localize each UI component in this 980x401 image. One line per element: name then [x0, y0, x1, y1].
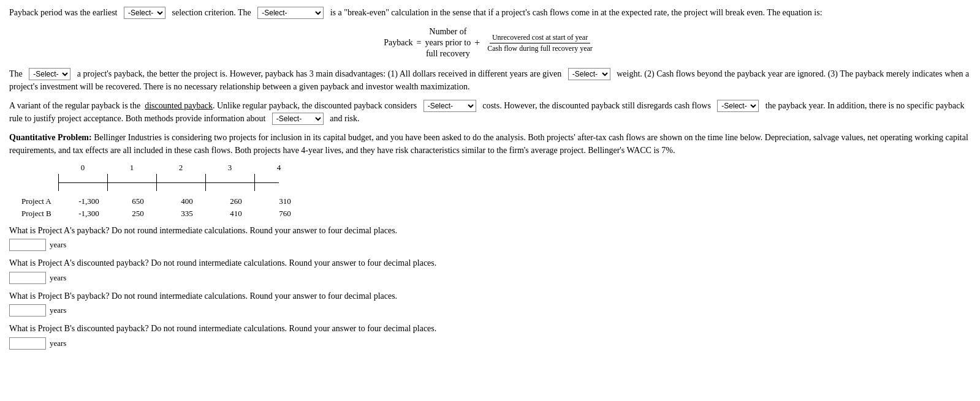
equation-num-of: Number of — [429, 26, 466, 37]
para3-text3: costs. However, the discounted payback s… — [482, 101, 711, 110]
select-para2-2[interactable]: -Select- equal unequal zero — [568, 68, 610, 80]
project-a-row: Project A -1,300 650 400 260 310 — [21, 197, 971, 206]
equation-years-block: Number of years prior to full recovery — [425, 26, 471, 60]
question-3: What is Project B's payback? Do not roun… — [9, 290, 971, 317]
para1-text-before: Payback period was the earliest — [9, 8, 118, 17]
q3-unit: years — [50, 305, 66, 315]
para1-text-after: is a "break-even" calculation in the sen… — [330, 8, 822, 17]
question-4: What is Project B's discounted payback? … — [9, 323, 971, 350]
q1-input[interactable] — [9, 239, 46, 251]
para3-underline-text: discounted payback — [145, 101, 213, 110]
select-payback-type[interactable]: -Select- payback period NPV — [257, 7, 324, 19]
project-b-val-3: 410 — [211, 209, 260, 219]
q3-input[interactable] — [9, 304, 46, 317]
q3-text: What is Project B's payback? Do not roun… — [9, 290, 971, 302]
project-b-val-4: 760 — [260, 209, 310, 219]
select-para3-2[interactable]: -Select- before after during — [717, 100, 759, 112]
paragraph-1: Payback period was the earliest -Select-… — [9, 6, 971, 19]
project-a-val-4: 310 — [260, 197, 310, 206]
para1-text-middle1: selection criterion. The — [172, 8, 251, 17]
questions-section: What is Project A's payback? Do not roun… — [9, 225, 971, 350]
project-a-val-2: 400 — [162, 197, 211, 206]
period-0: 0 — [58, 163, 107, 173]
question-2: What is Project A's discounted payback? … — [9, 257, 971, 284]
timeline-section: 0 1 2 3 4 Project A -1,300 650 400 260 3… — [21, 163, 971, 219]
para3-text2: . Unlike regular payback, the discounted… — [213, 101, 417, 110]
equation-fraction: Unrecovered cost at start of year Cash f… — [485, 33, 595, 53]
project-b-label: Project B — [21, 209, 64, 219]
paragraph-3: A variant of the regular payback is the … — [9, 99, 971, 125]
equation-denominator: Cash flow during full recovery year — [485, 43, 595, 53]
para2-text1: a project's payback, the better the proj… — [77, 69, 561, 78]
paragraph-2: The -Select- Lower Higher a project's pa… — [9, 67, 971, 93]
period-1: 1 — [107, 163, 156, 173]
project-b-row: Project B -1,300 250 335 410 760 — [21, 209, 971, 219]
equation-equals: = — [417, 38, 422, 48]
period-2: 2 — [156, 163, 205, 173]
select-para2-1[interactable]: -Select- Lower Higher — [29, 68, 70, 80]
q2-input[interactable] — [9, 272, 46, 284]
equation-years-prior: years prior to — [425, 37, 471, 48]
q4-text: What is Project B's discounted payback? … — [9, 323, 971, 335]
timeline-bar — [58, 173, 279, 194]
project-a-val-1: 650 — [113, 197, 162, 206]
q1-text: What is Project A's payback? Do not roun… — [9, 225, 971, 237]
project-b-val-1: 250 — [113, 209, 162, 219]
para4-bold-text: Quantitative Problem: — [9, 133, 92, 142]
q2-text: What is Project A's discounted payback? … — [9, 257, 971, 269]
para4-text1: Bellinger Industries is considering two … — [9, 133, 968, 155]
para3-text5: and risk. — [330, 114, 359, 123]
q4-input[interactable] — [9, 337, 46, 350]
equation-full-recovery: full recovery — [426, 48, 470, 59]
period-3: 3 — [205, 163, 254, 173]
equation-plus: + — [474, 37, 480, 48]
project-a-val-3: 260 — [211, 197, 260, 206]
q1-unit: years — [50, 240, 66, 250]
project-b-val-0: -1,300 — [64, 209, 113, 219]
para2-text-the: The — [9, 69, 23, 78]
question-1: What is Project A's payback? Do not roun… — [9, 225, 971, 252]
project-b-val-2: 335 — [162, 209, 211, 219]
q4-unit: years — [50, 339, 66, 348]
equation-numerator: Unrecovered cost at start of year — [490, 33, 590, 43]
paragraph-4: Quantitative Problem: Bellinger Industri… — [9, 131, 971, 157]
select-criterion[interactable]: -Select- Lower Higher Equal — [124, 7, 165, 19]
equation-payback-label: Payback — [384, 38, 412, 48]
q2-unit: years — [50, 273, 66, 283]
equation-block: Payback = Number of years prior to full … — [9, 26, 971, 60]
select-para3-1[interactable]: -Select- opportunity time value sunk — [424, 100, 476, 112]
project-a-label: Project A — [21, 197, 64, 206]
project-a-val-0: -1,300 — [64, 197, 113, 206]
period-4: 4 — [254, 163, 303, 173]
select-para3-3[interactable]: -Select- liquidity profitability growth — [272, 113, 324, 125]
para3-text1: A variant of the regular payback is the — [9, 101, 140, 110]
